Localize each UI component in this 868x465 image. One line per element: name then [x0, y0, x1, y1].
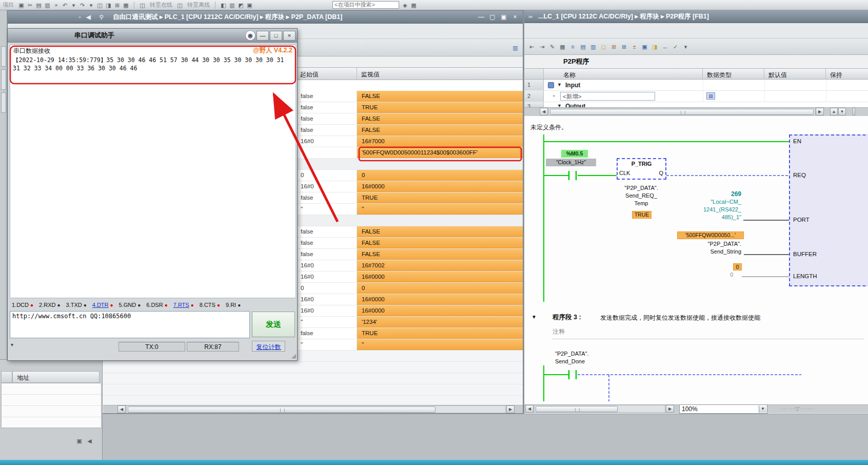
scroll-down-icon[interactable]: ▼ [838, 108, 846, 115]
start-value-cell[interactable]: false [296, 226, 357, 237]
monitor-value-cell[interactable]: 16#7002 [357, 260, 523, 271]
zoom-dropdown-icon[interactable]: ▼ [759, 405, 766, 413]
zoom-select[interactable]: 100% ▼ [679, 404, 767, 414]
scroll-right-icon[interactable]: ▶ [816, 108, 824, 115]
network3-title[interactable]: 程序段 3 : [553, 313, 581, 322]
toolbar-icon[interactable]: ▤ [579, 43, 587, 51]
column-header-start-value[interactable]: 起始值 [296, 68, 357, 80]
network-collapse-icon[interactable]: ▼ [531, 314, 537, 320]
toolbar-icon[interactable]: × [52, 1, 61, 9]
toolbar-icon[interactable]: ▥ [43, 1, 52, 9]
maximize-icon[interactable]: ▣ [498, 13, 509, 21]
monitor-value-cell[interactable]: 16#0000 [357, 181, 523, 192]
toolbar-icon[interactable]: ◨ [104, 1, 113, 9]
rail-tab[interactable] [1, 46, 6, 67]
toolbar-icon[interactable]: ✓ [671, 43, 680, 51]
monitor-value-cell[interactable]: FALSE [357, 91, 523, 102]
operand-name[interactable]: "Clock_1Hz" [546, 159, 596, 166]
port-number[interactable]: 269 [688, 190, 741, 198]
toolbar-icon[interactable]: ▣ [245, 1, 254, 9]
start-value-cell[interactable]: '' [296, 147, 357, 158]
online-icon[interactable]: ◫ [138, 1, 147, 9]
start-value-cell[interactable]: false [296, 238, 357, 248]
close-icon[interactable]: × [283, 31, 295, 41]
start-value-cell[interactable]: false [296, 91, 357, 102]
column-header-monitor-value[interactable]: 监视值 [357, 68, 523, 80]
start-value-cell[interactable]: 16#0 [296, 294, 357, 305]
monitor-value-cell[interactable]: '' [357, 204, 523, 215]
minimize-icon[interactable]: — [476, 13, 487, 21]
scroll-thumb[interactable] [128, 406, 436, 413]
start-value-cell[interactable]: false [296, 328, 357, 339]
toolbar-icon[interactable]: ⇤ [527, 43, 536, 51]
operand-address[interactable]: %M0.5 [561, 150, 588, 158]
scroll-right-icon[interactable]: ▶ [506, 405, 515, 413]
start-value-cell[interactable]: 16#0 [296, 305, 357, 316]
toolbar-icon[interactable]: ✂ [26, 1, 34, 9]
toolbar-icon[interactable]: ± [630, 43, 639, 51]
pin-icon[interactable]: ⚲ [97, 13, 106, 21]
scroll-up-icon[interactable]: ▲ [830, 108, 838, 115]
go-online-button[interactable]: 转至在线 [150, 1, 172, 9]
zoom-slider[interactable]: ······▽······ [781, 405, 814, 412]
toolbar-icon[interactable]: ⊞ [609, 43, 618, 51]
table-row-clipped[interactable]: 3 ▼ Output [524, 102, 868, 107]
rail-tab[interactable] [1, 69, 6, 90]
maximize-icon[interactable]: □ [270, 31, 282, 41]
restore-icon[interactable]: ▢ [487, 13, 498, 21]
panel-icon[interactable]: ▥ [511, 44, 520, 52]
monitor-value-cell[interactable]: 16#0000 [357, 294, 523, 305]
collapse-left-icon[interactable]: ◀ [85, 437, 94, 445]
scroll-left-icon[interactable]: ◀ [525, 405, 534, 413]
toolbar-icon[interactable]: ▦ [409, 1, 418, 9]
start-value-cell[interactable]: 16#0 [296, 136, 357, 147]
toolbar-icon[interactable]: ▦ [122, 1, 130, 9]
search-input[interactable] [332, 1, 399, 9]
start-value-cell[interactable]: '' [296, 204, 357, 215]
send-data-input[interactable]: http://www.cmsoft.cn QQ:10865600 [10, 311, 250, 338]
monitor-value-cell[interactable]: 16#7000 [357, 136, 523, 147]
start-value-cell[interactable]: false [296, 113, 357, 124]
buffer-monitor-value[interactable]: '500FFQW0D0050...' [677, 231, 744, 239]
resize-grip-icon[interactable]: ◢ [291, 352, 296, 359]
toolbar-icon[interactable]: ↶ [61, 1, 69, 9]
column-header-name[interactable]: 名称 [544, 69, 703, 80]
monitor-value-cell[interactable]: '1234' [357, 317, 523, 327]
collapse-left-icon[interactable]: ◀ [84, 13, 93, 21]
monitor-value-cell[interactable]: TRUE [357, 102, 523, 113]
start-value-cell[interactable]: '' [296, 339, 357, 350]
toolbar-icon[interactable]: ▾ [69, 1, 78, 9]
project-menu-label[interactable]: 项目 [3, 1, 14, 9]
expand-icon[interactable]: ▼ [557, 82, 562, 87]
scroll-left-icon[interactable]: ◀ [117, 405, 126, 413]
network3-comment[interactable]: 注释 [553, 327, 565, 336]
scroll-track[interactable] [534, 405, 665, 413]
start-value-cell[interactable]: 0 [296, 283, 357, 294]
datatype-picker-icon[interactable]: ▤ [706, 92, 715, 100]
start-value-cell[interactable]: false [296, 125, 357, 135]
monitor-value-cell[interactable]: 0 [357, 283, 523, 294]
received-data-line[interactable]: 31 32 33 34 00 00 33 36 30 30 46 46 [13, 65, 137, 72]
monitor-value-cell[interactable]: 16#0000 [357, 305, 523, 316]
rail-tab[interactable] [1, 92, 6, 113]
toolbar-icon[interactable]: ▣ [17, 1, 26, 9]
toolbar-icon[interactable]: ↔ [661, 43, 669, 51]
toolbar-icon[interactable]: ⊞ [620, 43, 628, 51]
monitor-value-cell[interactable]: FALSE [357, 249, 523, 260]
scroll-track[interactable] [126, 405, 506, 413]
monitor-value-cell[interactable]: FALSE [357, 125, 523, 135]
monitor-value-cell[interactable]: '500FFQW0D005000011234$00$003600FF' [357, 147, 523, 158]
toolbar-icon[interactable]: ↷ [78, 1, 87, 9]
p-trig-block[interactable]: P_TRIG CLK Q [617, 158, 666, 180]
toolbar-icon[interactable]: ≡ [568, 43, 577, 51]
monitor-value-cell[interactable]: TRUE [357, 192, 523, 203]
column-header-default[interactable]: 默认值 [764, 69, 826, 80]
add-variable-field[interactable]: <新增> [560, 92, 655, 101]
toolbar-icon[interactable]: ◩ [236, 1, 245, 9]
scroll-track[interactable] [548, 108, 815, 115]
column-header-datatype[interactable]: 数据类型 [703, 69, 764, 80]
toolbar-icon[interactable]: ▾ [87, 1, 95, 9]
start-value-cell[interactable]: 0 [296, 170, 357, 181]
send-button[interactable]: 发送 [252, 312, 295, 337]
table-row[interactable]: 1 ▼ Input [524, 80, 868, 91]
